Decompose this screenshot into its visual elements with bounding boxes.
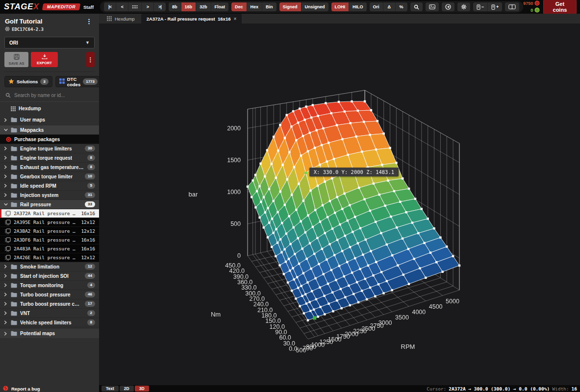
- folder-icon: [11, 146, 17, 151]
- solutions-button[interactable]: Solutions 3: [4, 76, 52, 87]
- last-cell-button[interactable]: >|: [154, 2, 166, 11]
- chevron-right-icon[interactable]: [4, 156, 8, 160]
- view-mode-text-button[interactable]: Text: [101, 386, 119, 392]
- map-item-2A483A[interactable]: 2A483A Rail pressure request16x16: [0, 245, 99, 253]
- export-button[interactable]: EXPORT: [31, 52, 58, 67]
- sidebar-folder-start-of-injection-soi[interactable]: Start of injection SOI44: [0, 271, 99, 281]
- close-tab-icon[interactable]: ×: [233, 16, 236, 22]
- dtc-codes-button[interactable]: DTC codes 1773: [55, 76, 99, 87]
- folder-icon: [11, 273, 17, 279]
- view-mode-3d-button[interactable]: 3D: [135, 386, 149, 392]
- ecu-label: EDC17C64-2.3: [12, 27, 44, 32]
- folder-icon: [11, 183, 17, 189]
- bit-width-32b-button[interactable]: 32b: [196, 2, 211, 11]
- value-view-δ-button[interactable]: Δ: [383, 2, 395, 11]
- map-preview-button[interactable]: [426, 2, 439, 11]
- settings-button[interactable]: [457, 2, 470, 11]
- sidebar-item-hexdump[interactable]: Hexdump: [0, 103, 99, 114]
- coins-balance: 9750 0: [523, 0, 540, 14]
- folder-count-badge: 8: [87, 319, 95, 326]
- sidebar-folder-gearbox-torque-limiter[interactable]: Gearbox torque limiter10: [0, 172, 99, 181]
- table-view-button[interactable]: [128, 2, 141, 11]
- folder-icon: [11, 311, 17, 316]
- folder-icon: [11, 264, 17, 270]
- bit-width-float-button[interactable]: Float: [211, 2, 229, 11]
- map-item-2A3DF6[interactable]: 2A3DF6 Rail pressure request16x16: [0, 236, 99, 245]
- value-view-%-button[interactable]: %: [396, 2, 407, 11]
- surface-chart-canvas[interactable]: [99, 24, 580, 385]
- first-cell-button[interactable]: |<: [104, 2, 116, 11]
- sidebar-folder-rail-pressure[interactable]: Rail pressure33: [0, 200, 99, 209]
- file-menu-button[interactable]: ⋮: [86, 52, 95, 67]
- sidebar-folder-idle-speed-rpm[interactable]: Idle speed RPM5: [0, 181, 99, 191]
- project-menu-button[interactable]: ⋮: [84, 18, 94, 25]
- number-base-hex-button[interactable]: Hex: [247, 2, 262, 11]
- next-cell-button[interactable]: >: [142, 2, 153, 11]
- sidebar-folder-torque-monitoring[interactable]: Torque monitoring4: [0, 281, 99, 290]
- chevron-right-icon[interactable]: [4, 283, 8, 287]
- byte-order-hilo-button[interactable]: HILO: [349, 2, 367, 11]
- tab-map[interactable]: 2A372A - Rail pressure request 16x16×: [141, 14, 242, 24]
- chevron-right-icon[interactable]: [4, 293, 8, 296]
- number-base-bin-button[interactable]: Bin: [262, 2, 277, 11]
- cpu-icon: [5, 26, 10, 32]
- view-mode-2d-button[interactable]: 2D: [120, 386, 134, 392]
- split-view-button[interactable]: [505, 2, 519, 11]
- chevron-right-icon[interactable]: [4, 174, 8, 178]
- bit-width-16b-button[interactable]: 16b: [181, 2, 196, 11]
- sidebar-folder-mappacks[interactable]: Mappacks: [0, 125, 99, 135]
- chevron-right-icon[interactable]: [4, 332, 8, 336]
- dtc-grid-icon: [59, 78, 65, 85]
- version-select[interactable]: ORI▼: [4, 37, 95, 49]
- sidebar-folder-vehicle-speed-limiters[interactable]: Vehicle speed limiters8: [0, 318, 99, 327]
- sidebar-folder-engine-torque-limiters[interactable]: Engine torque limiters30: [0, 144, 99, 153]
- bit-width-8b-button[interactable]: 8b: [169, 2, 181, 11]
- sign-mode-signed-button[interactable]: Signed: [279, 2, 301, 11]
- sidebar-folder-smoke-limitation[interactable]: Smoke limitation12: [0, 262, 99, 271]
- save-as-button[interactable]: SAVE AS: [4, 52, 28, 67]
- chevron-right-icon[interactable]: [4, 320, 8, 324]
- sidebar-folder-potential-maps[interactable]: Potential maps: [0, 329, 99, 338]
- chevron-down-icon[interactable]: [4, 203, 8, 206]
- byte-order-lohi-button[interactable]: LOHI: [331, 2, 349, 11]
- folder-icon: [11, 193, 17, 198]
- value-view-ori-button[interactable]: Ori: [370, 2, 383, 11]
- chevron-right-icon[interactable]: [4, 147, 8, 150]
- chevron-down-icon: ▼: [85, 40, 90, 45]
- chevron-right-icon[interactable]: [4, 265, 8, 269]
- sidebar-folder-turbo-boost-pressure[interactable]: Turbo boost pressure46: [0, 290, 99, 299]
- search-button[interactable]: [410, 2, 423, 11]
- chevron-right-icon[interactable]: [4, 184, 8, 188]
- red-coin-icon: [534, 0, 540, 7]
- chevron-right-icon[interactable]: [4, 311, 8, 315]
- sidebar-folder-turbo-boost-pressure-control[interactable]: Turbo boost pressure control17: [0, 299, 99, 309]
- chevron-right-icon[interactable]: [4, 118, 8, 122]
- chevron-right-icon[interactable]: [4, 165, 8, 169]
- byte-remove-button[interactable]: −: [473, 2, 487, 11]
- get-coins-button[interactable]: Get coins: [543, 0, 576, 15]
- tab-hexdump[interactable]: Hexdump: [101, 14, 140, 24]
- sidebar-folder-vnt[interactable]: VNT2: [0, 309, 99, 318]
- sidebar-folder-user-maps[interactable]: User maps: [0, 114, 99, 125]
- map-item-2A3BA2[interactable]: 2A3BA2 Rail pressure request12x12: [0, 227, 99, 236]
- number-base-dec-button[interactable]: Dec: [231, 2, 247, 11]
- search-input[interactable]: [14, 93, 94, 98]
- byte-add-button[interactable]: +: [488, 2, 502, 11]
- chevron-right-icon[interactable]: [4, 274, 8, 278]
- map-item-2A426E[interactable]: 2A426E Rail pressure request12x12: [0, 253, 99, 262]
- chevron-right-icon[interactable]: [4, 302, 8, 306]
- report-bug-link[interactable]: Report a bug: [11, 386, 40, 392]
- prev-cell-button[interactable]: <: [116, 2, 128, 11]
- sign-mode-unsigned-button[interactable]: Unsigned: [302, 2, 328, 11]
- sidebar-item-purchase-packages[interactable]: Purchase packages: [0, 135, 99, 144]
- free-coins-value: 0: [530, 8, 533, 13]
- map-item-2A395E[interactable]: 2A395E Rail pressure request12x12: [0, 218, 99, 227]
- sidebar-folder-exhaust-gas-temperature-egt[interactable]: Exhaust gas temperature EGT8: [0, 163, 99, 172]
- map-chip-icon: [5, 228, 11, 234]
- map-item-2A372A[interactable]: 2A372A Rail pressure request16x16: [0, 209, 99, 218]
- chevron-down-icon[interactable]: [4, 128, 8, 131]
- sidebar-folder-engine-torque-request[interactable]: Engine torque request8: [0, 153, 99, 163]
- goto-button[interactable]: [442, 2, 454, 11]
- sidebar-folder-injection-system[interactable]: Injection system31: [0, 191, 99, 200]
- chevron-right-icon[interactable]: [4, 193, 8, 197]
